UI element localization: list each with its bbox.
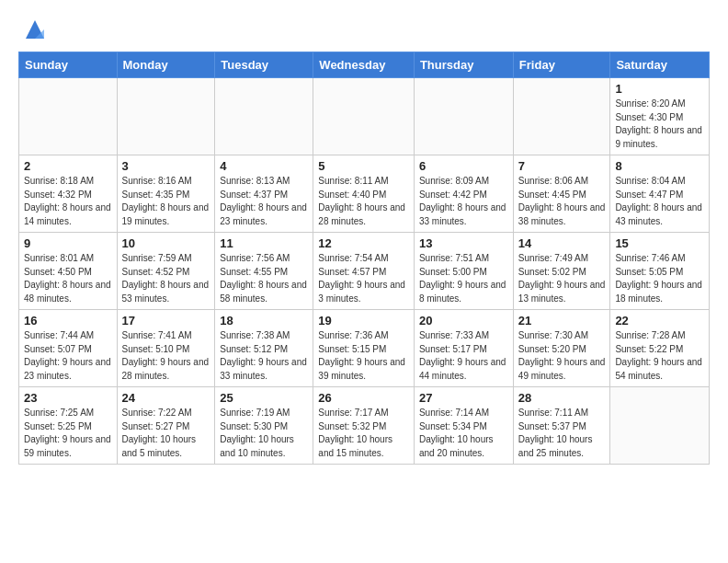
day-info: Sunrise: 7:38 AM Sunset: 5:12 PM Dayligh… — [220, 329, 308, 383]
week-row-2: 2Sunrise: 8:18 AM Sunset: 4:32 PM Daylig… — [19, 155, 710, 233]
calendar-cell: 17Sunrise: 7:41 AM Sunset: 5:10 PM Dayli… — [117, 310, 215, 387]
day-info: Sunrise: 7:33 AM Sunset: 5:17 PM Dayligh… — [419, 329, 508, 383]
weekday-header-saturday: Saturday — [610, 52, 710, 78]
day-number: 2 — [24, 159, 112, 173]
day-info: Sunrise: 7:59 AM Sunset: 4:52 PM Dayligh… — [122, 252, 210, 305]
calendar-cell — [414, 78, 513, 155]
calendar-cell — [215, 78, 313, 155]
day-info: Sunrise: 7:28 AM Sunset: 5:22 PM Dayligh… — [615, 329, 704, 383]
calendar-cell: 21Sunrise: 7:30 AM Sunset: 5:20 PM Dayli… — [513, 310, 610, 387]
calendar-cell: 26Sunrise: 7:17 AM Sunset: 5:32 PM Dayli… — [313, 387, 415, 465]
calendar-cell: 12Sunrise: 7:54 AM Sunset: 4:57 PM Dayli… — [313, 233, 415, 310]
calendar-cell: 1Sunrise: 8:20 AM Sunset: 4:30 PM Daylig… — [610, 78, 710, 155]
weekday-header-sunday: Sunday — [19, 52, 118, 78]
weekday-header-row: SundayMondayTuesdayWednesdayThursdayFrid… — [19, 52, 710, 78]
calendar-cell: 28Sunrise: 7:11 AM Sunset: 5:37 PM Dayli… — [513, 387, 610, 465]
day-number: 1 — [615, 82, 704, 96]
day-number: 13 — [419, 236, 508, 250]
calendar-cell: 4Sunrise: 8:13 AM Sunset: 4:37 PM Daylig… — [215, 155, 313, 233]
day-number: 6 — [419, 159, 508, 173]
page: SundayMondayTuesdayWednesdayThursdayFrid… — [0, 0, 728, 481]
day-number: 23 — [24, 391, 112, 405]
calendar-cell: 7Sunrise: 8:06 AM Sunset: 4:45 PM Daylig… — [513, 155, 610, 233]
calendar-cell: 18Sunrise: 7:38 AM Sunset: 5:12 PM Dayli… — [215, 310, 313, 387]
calendar-cell — [117, 78, 215, 155]
day-number: 19 — [318, 314, 409, 327]
day-number: 7 — [518, 159, 606, 173]
calendar-cell: 6Sunrise: 8:09 AM Sunset: 4:42 PM Daylig… — [414, 155, 513, 233]
calendar-cell — [610, 387, 710, 465]
weekday-header-friday: Friday — [513, 52, 610, 78]
calendar-cell: 23Sunrise: 7:25 AM Sunset: 5:25 PM Dayli… — [19, 387, 118, 465]
day-info: Sunrise: 8:04 AM Sunset: 4:47 PM Dayligh… — [615, 175, 704, 228]
day-info: Sunrise: 8:20 AM Sunset: 4:30 PM Dayligh… — [615, 98, 704, 151]
day-number: 27 — [419, 391, 508, 405]
day-number: 18 — [220, 314, 308, 327]
calendar-cell: 19Sunrise: 7:36 AM Sunset: 5:15 PM Dayli… — [313, 310, 415, 387]
day-number: 10 — [122, 236, 210, 250]
calendar-cell: 27Sunrise: 7:14 AM Sunset: 5:34 PM Dayli… — [414, 387, 513, 465]
day-number: 22 — [615, 314, 704, 327]
calendar-cell: 8Sunrise: 8:04 AM Sunset: 4:47 PM Daylig… — [610, 155, 710, 233]
day-number: 11 — [220, 236, 308, 250]
calendar-cell: 5Sunrise: 8:11 AM Sunset: 4:40 PM Daylig… — [313, 155, 415, 233]
header — [18, 17, 710, 44]
day-number: 26 — [318, 391, 409, 405]
day-info: Sunrise: 8:06 AM Sunset: 4:45 PM Dayligh… — [518, 175, 606, 228]
day-number: 17 — [122, 314, 210, 327]
calendar: SundayMondayTuesdayWednesdayThursdayFrid… — [18, 52, 710, 465]
calendar-cell — [19, 78, 118, 155]
day-number: 20 — [419, 314, 508, 327]
day-info: Sunrise: 7:19 AM Sunset: 5:30 PM Dayligh… — [220, 407, 308, 460]
logo-icon — [22, 17, 48, 42]
calendar-cell: 9Sunrise: 8:01 AM Sunset: 4:50 PM Daylig… — [19, 233, 118, 310]
day-info: Sunrise: 8:11 AM Sunset: 4:40 PM Dayligh… — [318, 175, 409, 228]
day-number: 16 — [24, 314, 112, 327]
calendar-cell: 24Sunrise: 7:22 AM Sunset: 5:27 PM Dayli… — [117, 387, 215, 465]
day-number: 21 — [518, 314, 606, 327]
day-info: Sunrise: 7:30 AM Sunset: 5:20 PM Dayligh… — [518, 329, 606, 383]
week-row-4: 16Sunrise: 7:44 AM Sunset: 5:07 PM Dayli… — [19, 310, 710, 387]
day-info: Sunrise: 7:51 AM Sunset: 5:00 PM Dayligh… — [419, 252, 508, 305]
weekday-header-thursday: Thursday — [414, 52, 513, 78]
logo — [18, 17, 48, 44]
day-info: Sunrise: 8:09 AM Sunset: 4:42 PM Dayligh… — [419, 175, 508, 228]
day-info: Sunrise: 7:25 AM Sunset: 5:25 PM Dayligh… — [24, 407, 112, 460]
weekday-header-monday: Monday — [117, 52, 215, 78]
day-number: 12 — [318, 236, 409, 250]
day-number: 28 — [518, 391, 606, 405]
day-number: 9 — [24, 236, 112, 250]
calendar-cell: 22Sunrise: 7:28 AM Sunset: 5:22 PM Dayli… — [610, 310, 710, 387]
weekday-header-wednesday: Wednesday — [313, 52, 415, 78]
day-info: Sunrise: 8:16 AM Sunset: 4:35 PM Dayligh… — [122, 175, 210, 228]
day-info: Sunrise: 7:49 AM Sunset: 5:02 PM Dayligh… — [518, 252, 606, 305]
day-info: Sunrise: 7:56 AM Sunset: 4:55 PM Dayligh… — [220, 252, 308, 305]
day-number: 8 — [615, 159, 704, 173]
calendar-cell: 15Sunrise: 7:46 AM Sunset: 5:05 PM Dayli… — [610, 233, 710, 310]
calendar-cell: 16Sunrise: 7:44 AM Sunset: 5:07 PM Dayli… — [19, 310, 118, 387]
calendar-cell — [313, 78, 415, 155]
week-row-1: 1Sunrise: 8:20 AM Sunset: 4:30 PM Daylig… — [19, 78, 710, 155]
day-info: Sunrise: 7:36 AM Sunset: 5:15 PM Dayligh… — [318, 329, 409, 383]
day-number: 14 — [518, 236, 606, 250]
calendar-cell: 20Sunrise: 7:33 AM Sunset: 5:17 PM Dayli… — [414, 310, 513, 387]
day-info: Sunrise: 7:14 AM Sunset: 5:34 PM Dayligh… — [419, 407, 508, 460]
calendar-cell: 3Sunrise: 8:16 AM Sunset: 4:35 PM Daylig… — [117, 155, 215, 233]
day-info: Sunrise: 7:17 AM Sunset: 5:32 PM Dayligh… — [318, 407, 409, 460]
weekday-header-tuesday: Tuesday — [215, 52, 313, 78]
day-number: 4 — [220, 159, 308, 173]
day-info: Sunrise: 7:22 AM Sunset: 5:27 PM Dayligh… — [122, 407, 210, 460]
day-number: 5 — [318, 159, 409, 173]
calendar-cell: 11Sunrise: 7:56 AM Sunset: 4:55 PM Dayli… — [215, 233, 313, 310]
calendar-cell: 13Sunrise: 7:51 AM Sunset: 5:00 PM Dayli… — [414, 233, 513, 310]
day-info: Sunrise: 8:01 AM Sunset: 4:50 PM Dayligh… — [24, 252, 112, 305]
calendar-cell: 10Sunrise: 7:59 AM Sunset: 4:52 PM Dayli… — [117, 233, 215, 310]
day-number: 15 — [615, 236, 704, 250]
day-info: Sunrise: 7:46 AM Sunset: 5:05 PM Dayligh… — [615, 252, 704, 305]
week-row-5: 23Sunrise: 7:25 AM Sunset: 5:25 PM Dayli… — [19, 387, 710, 465]
calendar-cell — [513, 78, 610, 155]
day-info: Sunrise: 7:41 AM Sunset: 5:10 PM Dayligh… — [122, 329, 210, 383]
day-info: Sunrise: 8:18 AM Sunset: 4:32 PM Dayligh… — [24, 175, 112, 228]
day-info: Sunrise: 8:13 AM Sunset: 4:37 PM Dayligh… — [220, 175, 308, 228]
day-number: 24 — [122, 391, 210, 405]
